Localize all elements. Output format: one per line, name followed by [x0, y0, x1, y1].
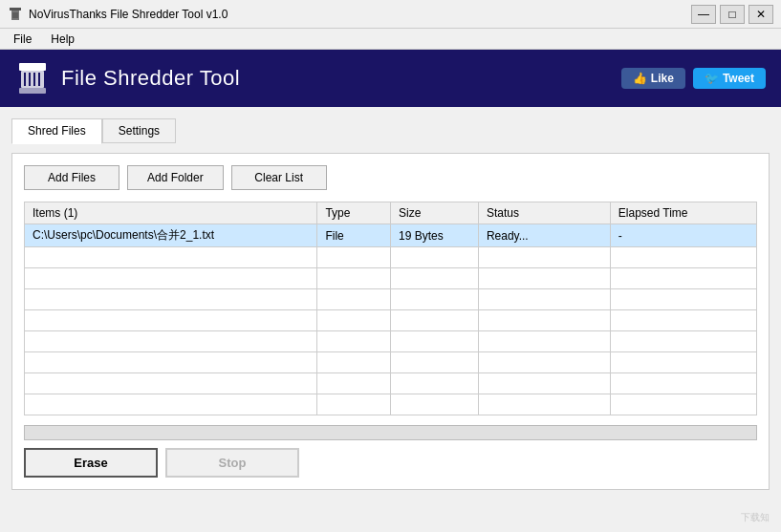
table-row-empty: [25, 268, 757, 289]
shredder-icon: [15, 61, 50, 96]
table-row[interactable]: C:\Users\pc\Documents\合并2_1.txt File 19 …: [25, 224, 757, 247]
tab-settings[interactable]: Settings: [102, 118, 176, 143]
title-bar-left: NoVirusThanks File Shredder Tool v1.0: [8, 7, 228, 22]
table-header-row: Items (1) Type Size Status Elapsed Time: [25, 202, 757, 224]
window-title: NoVirusThanks File Shredder Tool v1.0: [29, 8, 228, 21]
cell-elapsed: -: [610, 224, 756, 247]
table-row-empty: [25, 373, 757, 394]
file-table: Items (1) Type Size Status Elapsed Time …: [24, 202, 757, 415]
maximize-button[interactable]: □: [720, 5, 745, 24]
tweet-label: Tweet: [723, 72, 754, 85]
cell-type: File: [317, 224, 391, 247]
action-buttons: Erase Stop: [24, 448, 757, 478]
tab-content: Add Files Add Folder Clear List Items (1…: [11, 153, 770, 490]
tab-shred-files[interactable]: Shred Files: [11, 118, 102, 144]
title-bar: NoVirusThanks File Shredder Tool v1.0 — …: [0, 0, 781, 29]
twitter-icon: 🐦: [705, 72, 719, 85]
like-label: Like: [651, 72, 674, 85]
app-icon: [8, 7, 23, 22]
toolbar: Add Files Add Folder Clear List: [24, 165, 757, 190]
clear-list-button[interactable]: Clear List: [231, 165, 327, 190]
title-bar-controls: — □ ✕: [691, 5, 773, 24]
bottom-section: Erase Stop: [24, 425, 757, 478]
header-left: File Shredder Tool: [15, 61, 240, 96]
add-files-button[interactable]: Add Files: [24, 165, 119, 190]
col-size: Size: [391, 202, 479, 224]
stop-button[interactable]: Stop: [165, 448, 299, 478]
menu-bar: File Help: [0, 29, 781, 50]
menu-help[interactable]: Help: [41, 31, 84, 48]
col-elapsed: Elapsed Time: [610, 202, 756, 224]
menu-file[interactable]: File: [4, 31, 41, 48]
erase-button[interactable]: Erase: [24, 448, 158, 478]
close-button[interactable]: ✕: [748, 5, 773, 24]
progress-bar-container: [24, 425, 757, 440]
cell-name: C:\Users\pc\Documents\合并2_1.txt: [25, 224, 317, 247]
like-button[interactable]: 👍 Like: [621, 68, 685, 89]
minimize-button[interactable]: —: [691, 5, 716, 24]
add-folder-button[interactable]: Add Folder: [127, 165, 224, 190]
tab-bar: Shred Files Settings: [11, 118, 770, 143]
tweet-button[interactable]: 🐦 Tweet: [693, 68, 766, 89]
table-row-empty: [25, 331, 757, 352]
app-title: File Shredder Tool: [61, 66, 240, 91]
table-row-empty: [25, 247, 757, 268]
svg-rect-5: [19, 63, 46, 71]
cell-size: 19 Bytes: [391, 224, 479, 247]
watermark: 下载知: [741, 511, 770, 524]
col-name: Items (1): [25, 202, 317, 224]
header-social-buttons: 👍 Like 🐦 Tweet: [621, 68, 766, 89]
table-row-empty: [25, 394, 757, 415]
header-banner: File Shredder Tool 👍 Like 🐦 Tweet: [0, 50, 781, 107]
svg-rect-11: [19, 88, 46, 94]
svg-rect-0: [10, 8, 21, 11]
table-row-empty: [25, 352, 757, 373]
table-row-empty: [25, 289, 757, 310]
table-row-empty: [25, 310, 757, 331]
col-status: Status: [478, 202, 610, 224]
thumbs-up-icon: 👍: [633, 72, 647, 85]
cell-status: Ready...: [478, 224, 610, 247]
col-type: Type: [317, 202, 391, 224]
main-content: Shred Files Settings Add Files Add Folde…: [0, 107, 781, 501]
